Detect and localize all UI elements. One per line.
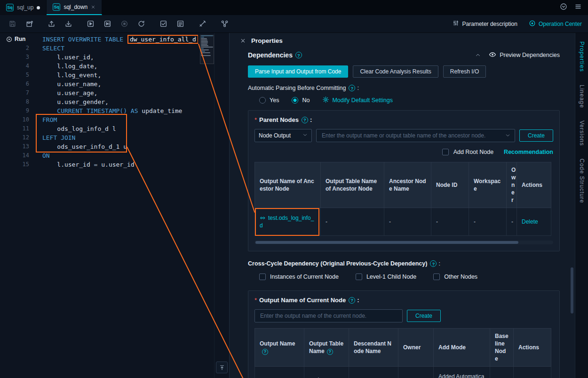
- modify-default-settings-button[interactable]: Modify Default Settings: [322, 96, 393, 105]
- create-output-button[interactable]: Create: [407, 310, 441, 322]
- help-icon[interactable]: ?: [302, 117, 308, 123]
- submit-icon[interactable]: [45, 18, 58, 30]
- help-icon[interactable]: ?: [349, 297, 355, 304]
- auto-parse-row: Automatic Parsing Before Committing ? :: [248, 84, 560, 92]
- operation-center-button[interactable]: Operation Center: [529, 20, 582, 28]
- collapse-section-icon[interactable]: [475, 52, 481, 58]
- run-label: Run: [15, 35, 25, 44]
- code-line: 10FROM: [0, 115, 198, 124]
- line-number: 15: [0, 160, 37, 169]
- code-lines: RunINSERT OVERWRITE TABLE dw_user_info_a…: [0, 35, 198, 378]
- cross-cycle-row: Cross-Cycle Dependency (Original Previou…: [248, 260, 560, 267]
- app-window: Sqsql_upSqsql_down Parameter description…: [0, 0, 588, 378]
- side-tab-versions[interactable]: Versions: [579, 121, 585, 146]
- close-panel-icon[interactable]: [240, 38, 246, 44]
- sql-file-icon: Sq: [53, 3, 60, 11]
- node-output-select-value: Node Output: [259, 132, 291, 139]
- parse-io-button[interactable]: Parse Input and Output from Code: [248, 65, 348, 78]
- save-icon[interactable]: [6, 18, 19, 30]
- column-header: Descendant Node Name: [349, 329, 398, 367]
- output-name-input[interactable]: [259, 312, 398, 320]
- code-line: 3 l.user_id,: [0, 53, 198, 62]
- close-tab-icon[interactable]: [91, 5, 95, 9]
- help-icon[interactable]: ?: [430, 260, 437, 267]
- add-root-checkbox[interactable]: [442, 149, 449, 155]
- show-dag-icon[interactable]: [218, 18, 231, 30]
- sql-file-icon: Sq: [6, 4, 14, 11]
- node-output-select[interactable]: Node Output: [254, 129, 312, 142]
- scrollbar-thumb[interactable]: [255, 241, 518, 244]
- radio-yes-label: Yes: [270, 97, 279, 104]
- tab-sql_up[interactable]: Sqsql_up: [0, 0, 47, 15]
- checkbox-icon: [433, 273, 440, 280]
- table-cell: -: [304, 367, 349, 378]
- side-tab-code-structure[interactable]: Code Structure: [579, 159, 585, 203]
- checkbox-icon: [356, 273, 362, 280]
- run-button[interactable]: Run: [0, 35, 37, 44]
- preview-dependencies-button[interactable]: Preview Dependencies: [489, 51, 560, 60]
- format-code-icon[interactable]: [196, 18, 209, 30]
- minimap-viewport[interactable]: [200, 35, 214, 64]
- radio-no[interactable]: No: [292, 97, 310, 104]
- line-number: 2: [0, 44, 37, 53]
- checkbox-level-1-child-node[interactable]: Level-1 Child Node: [356, 273, 416, 280]
- chevron-circle-down-icon[interactable]: [560, 3, 567, 12]
- refresh-io-button[interactable]: Refresh I/O: [443, 65, 486, 78]
- side-tab-properties[interactable]: Properties: [579, 41, 585, 72]
- line-number: 12: [0, 133, 37, 142]
- ancestor-output-input[interactable]: [321, 132, 505, 139]
- panel-body: Dependencies ? Preview Dependencies Pars…: [230, 44, 575, 378]
- back-to-top-button[interactable]: [216, 362, 228, 373]
- cross-cycle-options: Instances of Current NodeLevel-1 Child N…: [248, 273, 560, 281]
- highlighted-table-name: dw_user_info_all_d: [127, 35, 198, 44]
- pre-check-icon[interactable]: [157, 18, 170, 30]
- required-asterisk: *: [254, 116, 257, 123]
- code-editor[interactable]: RunINSERT OVERWRITE TABLE dw_user_info_a…: [0, 33, 229, 378]
- code-token: l.log_date,: [42, 63, 97, 70]
- stop-icon[interactable]: [118, 18, 131, 30]
- code-line: 11 ods_log_info_d l: [0, 124, 198, 133]
- run-with-parameters-icon[interactable]: [101, 18, 114, 30]
- radio-yes[interactable]: Yes: [259, 97, 279, 104]
- table-cell: -: [384, 208, 431, 236]
- menu-icon[interactable]: [574, 3, 582, 12]
- deploy-icon[interactable]: [62, 18, 75, 30]
- tab-sql_down[interactable]: Sqsql_down: [47, 0, 102, 15]
- save-all-icon[interactable]: [23, 18, 36, 30]
- output-name-table: Output Name?Output Table Name?Descendant…: [254, 328, 551, 378]
- checkbox-instances-of-current-node[interactable]: Instances of Current Node: [259, 273, 339, 280]
- delete-action[interactable]: Delete: [522, 218, 538, 225]
- minimap[interactable]: [200, 35, 214, 378]
- help-icon[interactable]: ?: [295, 52, 302, 58]
- vertical-scrollbar-thumb[interactable]: [571, 267, 573, 314]
- code-token: ON: [42, 152, 50, 159]
- help-icon[interactable]: ?: [349, 85, 355, 91]
- cell-text: -: [511, 218, 513, 225]
- help-icon[interactable]: ?: [327, 349, 333, 355]
- line-number: 5: [0, 71, 37, 80]
- table-cell: test.6726_out: [255, 367, 304, 378]
- add-root-row: Add Root Node Recommendation: [254, 148, 553, 156]
- side-tab-lineage[interactable]: Lineage: [579, 85, 585, 108]
- code-token: [127, 107, 131, 114]
- ancestor-output-combobox[interactable]: [316, 129, 515, 142]
- parameter-description-button[interactable]: Parameter description: [453, 20, 517, 28]
- toolbar: Parameter description Operation Center: [0, 15, 588, 33]
- code-token: u.user_id: [97, 161, 134, 168]
- eye-icon: [489, 51, 496, 60]
- output-name-section: * Output Name of Current Node ? : Create…: [248, 290, 560, 378]
- required-asterisk: *: [254, 297, 257, 304]
- output-name-field[interactable]: [254, 309, 403, 322]
- clear-analysis-button[interactable]: Clear Code Analysis Results: [353, 65, 438, 78]
- create-parent-button[interactable]: Create: [519, 129, 553, 142]
- help-icon[interactable]: ?: [262, 349, 268, 355]
- view-log-icon[interactable]: [174, 18, 187, 30]
- code-token: ods_log_info_d l: [42, 125, 116, 132]
- code-token: l.user_id,: [42, 54, 94, 61]
- run-icon[interactable]: [84, 18, 97, 30]
- output-name-link[interactable]: test.ods_log_info_d: [260, 215, 314, 229]
- recommendation-link[interactable]: Recommendation: [504, 149, 553, 155]
- checkbox-other-nodes[interactable]: Other Nodes: [433, 273, 477, 280]
- refresh-icon[interactable]: [135, 18, 148, 30]
- code-line: 15 l.user_id = u.user_id: [0, 160, 198, 169]
